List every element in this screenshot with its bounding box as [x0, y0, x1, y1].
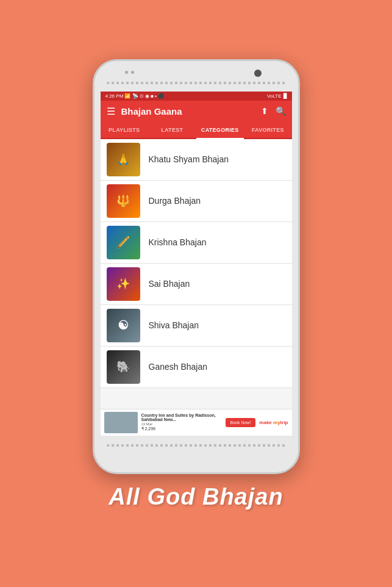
list-item[interactable]: Khatu Shyam Bhajan [101, 139, 292, 181]
app-title: Bhajan Gaana [121, 106, 261, 117]
ad-price: ₹ 2,299 [141, 427, 222, 431]
list-item[interactable]: Durga Bhajan [101, 181, 292, 222]
top-navigation: ☰ Bhajan Gaana ⬆ 🔍 [101, 101, 292, 122]
tab-favorites[interactable]: FAVORITES [244, 122, 292, 138]
tab-categories[interactable]: CATEGORIES [196, 122, 244, 138]
khatu-thumbnail [107, 143, 140, 176]
krishna-thumbnail [107, 226, 140, 259]
category-name: Krishna Bhajan [149, 237, 207, 247]
tab-latest[interactable]: LATEST [148, 122, 196, 138]
category-name: Khatu Shyam Bhajan [149, 154, 229, 164]
ad-logo: make mytrip [259, 420, 288, 425]
ad-date: 13 Mar [141, 422, 222, 426]
ganesh-thumbnail [107, 350, 140, 384]
durga-thumbnail [107, 184, 140, 218]
ad-image [104, 412, 138, 433]
ad-book-button[interactable]: Book Now! [226, 418, 256, 427]
phone-mockup: 4:26 PM 📶 📡 ⊙ ◉ ■ ▪ ⬛ VoLTE ▉ ☰ Bhajan G… [93, 59, 300, 474]
list-item[interactable]: Shiva Bhajan [101, 305, 292, 347]
category-list: Khatu Shyam Bhajan Durga Bhajan Krishna … [101, 139, 292, 409]
phone-body: 4:26 PM 📶 📡 ⊙ ◉ ■ ▪ ⬛ VoLTE ▉ ☰ Bhajan G… [93, 59, 300, 474]
front-camera [254, 70, 262, 77]
category-name: Durga Bhajan [149, 196, 201, 206]
sai-thumbnail [107, 267, 140, 301]
hamburger-menu-icon[interactable]: ☰ [107, 106, 115, 117]
ad-content: Country Inn and Suites by Radisson, Sahi… [141, 413, 222, 431]
status-bar: 4:26 PM 📶 📡 ⊙ ◉ ■ ▪ ⬛ VoLTE ▉ [101, 92, 292, 101]
status-time: 4:26 PM [105, 93, 124, 99]
category-name: Shiva Bhajan [149, 320, 199, 330]
list-item[interactable]: Krishna Bhajan [101, 222, 292, 264]
page-tagline: All God Bhajan [109, 484, 283, 510]
nav-action-icons: ⬆ 🔍 [261, 106, 286, 116]
tab-playlists[interactable]: PLAYLISTS [101, 122, 149, 138]
phone-screen: 4:26 PM 📶 📡 ⊙ ◉ ■ ▪ ⬛ VoLTE ▉ ☰ Bhajan G… [101, 92, 292, 436]
speaker-grille-top [107, 82, 286, 84]
power-button [299, 146, 300, 180]
battery-indicator: ▉ [283, 93, 287, 99]
volte-indicator: VoLTE [267, 93, 281, 99]
status-icons: 📶 📡 ⊙ ◉ ■ ▪ ⬛ [124, 93, 164, 99]
category-name: Sai Bhajan [149, 279, 190, 289]
front-camera-area [125, 71, 134, 74]
status-bar-left: 4:26 PM 📶 📡 ⊙ ◉ ■ ▪ ⬛ [105, 93, 165, 99]
shiva-thumbnail [107, 309, 140, 342]
ad-banner: Country Inn and Suites by Radisson, Sahi… [101, 409, 292, 436]
tabs-bar: PLAYLISTS LATEST CATEGORIES FAVORITES [101, 122, 292, 139]
speaker-grille-bottom [107, 444, 286, 447]
volume-button [93, 140, 94, 162]
category-name: Ganesh Bhajan [149, 362, 208, 372]
list-item[interactable]: Ganesh Bhajan [101, 347, 292, 388]
status-bar-right: VoLTE ▉ [267, 93, 287, 99]
search-icon[interactable]: 🔍 [276, 106, 286, 116]
ad-title: Country Inn and Suites by Radisson, Sahi… [141, 413, 222, 422]
list-item[interactable]: Sai Bhajan [101, 264, 292, 305]
share-icon[interactable]: ⬆ [261, 106, 268, 116]
